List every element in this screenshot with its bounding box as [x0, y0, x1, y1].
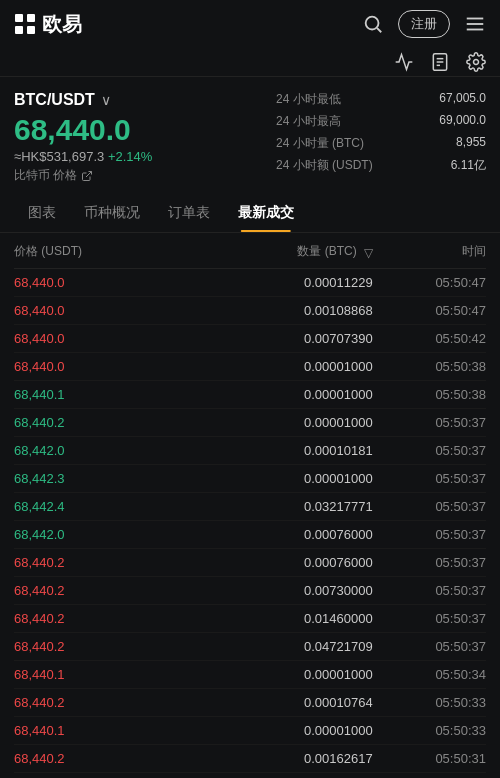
trade-price: 68,440.1 [14, 723, 193, 738]
trade-time: 05:50:47 [373, 275, 486, 290]
trade-price: 68,440.2 [14, 751, 193, 766]
table-row: 68,440.0 0.00707390 05:50:42 [14, 325, 486, 353]
trade-amount: 0.00001000 [193, 667, 372, 682]
settings-icon[interactable] [466, 52, 486, 72]
table-row: 68,440.2 0.00162617 05:50:31 [14, 745, 486, 773]
svg-line-14 [86, 171, 92, 177]
trade-time: 05:50:37 [373, 527, 486, 542]
trade-amount: 0.00001000 [193, 359, 372, 374]
trade-price: 68,440.2 [14, 415, 193, 430]
svg-line-5 [377, 28, 381, 32]
table-row: 68,440.1 0.00001000 05:50:38 [14, 381, 486, 409]
trade-time: 05:50:38 [373, 387, 486, 402]
trade-price: 68,440.2 [14, 555, 193, 570]
trade-price: 68,442.3 [14, 471, 193, 486]
trade-time: 05:50:38 [373, 359, 486, 374]
table-row: 68,442.4 0.03217771 05:50:37 [14, 493, 486, 521]
trade-amount: 0.00108868 [193, 303, 372, 318]
logo-text: 欧易 [42, 11, 82, 38]
table-row: 68,440.1 0.00001000 05:50:33 [14, 717, 486, 745]
logo: 欧易 [14, 11, 82, 38]
table-header: 价格 (USDT) 数量 (BTC) ▽ 时间 [14, 233, 486, 269]
main-price: 68,440.0 [14, 115, 266, 145]
trades-body: 68,440.0 0.00011229 05:50:47 68,440.0 0.… [14, 269, 486, 778]
svg-rect-2 [15, 26, 23, 34]
table-row: 68,440.0 0.00001000 05:50:38 [14, 353, 486, 381]
pair-dropdown-icon[interactable]: ∨ [101, 92, 111, 108]
register-button[interactable]: 注册 [398, 10, 450, 38]
trade-amount: 0.03217771 [193, 499, 372, 514]
table-row: 68,440.2 0.00001000 05:50:37 [14, 409, 486, 437]
stat-row-2: 24 小时量 (BTC) 8,955 [276, 135, 486, 152]
trades-table: 价格 (USDT) 数量 (BTC) ▽ 时间 68,440.0 0.00011… [0, 233, 500, 778]
trade-amount: 0.00162617 [193, 751, 372, 766]
trade-amount: 0.00076000 [193, 527, 372, 542]
trade-amount: 0.00010181 [193, 443, 372, 458]
svg-rect-3 [27, 26, 35, 34]
trade-amount: 0.00076000 [193, 555, 372, 570]
trade-amount: 0.00011229 [193, 275, 372, 290]
trade-time: 05:50:37 [373, 611, 486, 626]
trade-time: 05:50:37 [373, 471, 486, 486]
table-row: 68,440.2 0.01460000 05:50:37 [14, 605, 486, 633]
trade-amount: 0.00730000 [193, 583, 372, 598]
trade-amount: 0.00010764 [193, 695, 372, 710]
price-left: BTC/USDT ∨ 68,440.0 ≈HK$531,697.3 +2.14%… [14, 91, 266, 184]
table-row: 68,440.2 0.00010764 05:50:33 [14, 689, 486, 717]
col-price-header: 价格 (USDT) [14, 243, 193, 260]
hk-price-row: ≈HK$531,697.3 +2.14% [14, 149, 266, 164]
price-change: +2.14% [108, 149, 152, 164]
tabs: 图表 币种概况 订单表 最新成交 [0, 194, 500, 233]
trade-price: 68,440.2 [14, 611, 193, 626]
tab-latest-trades[interactable]: 最新成交 [224, 194, 308, 232]
trade-amount: 0.00001000 [193, 415, 372, 430]
table-row: 68,440.1 0.00001000 05:50:31 [14, 773, 486, 778]
stat-row-0: 24 小时最低 67,005.0 [276, 91, 486, 108]
tab-overview[interactable]: 币种概况 [70, 194, 154, 232]
document-icon[interactable] [430, 52, 450, 72]
stat-label-3: 24 小时额 (USDT) [276, 157, 373, 174]
trade-amount: 0.04721709 [193, 639, 372, 654]
tab-chart[interactable]: 图表 [14, 194, 70, 232]
trade-amount: 0.00001000 [193, 723, 372, 738]
hk-price-value: ≈HK$531,697.3 [14, 149, 104, 164]
stat-value-3: 6.11亿 [451, 157, 486, 174]
stat-label-2: 24 小时量 (BTC) [276, 135, 364, 152]
pair-symbol: BTC/USDT [14, 91, 95, 109]
chart-icon[interactable] [394, 52, 414, 72]
trade-time: 05:50:37 [373, 639, 486, 654]
trade-time: 05:50:37 [373, 415, 486, 430]
trade-amount: 0.00001000 [193, 471, 372, 486]
table-row: 68,440.0 0.00108868 05:50:47 [14, 297, 486, 325]
svg-point-4 [366, 17, 379, 30]
table-row: 68,440.2 0.00730000 05:50:37 [14, 577, 486, 605]
stat-value-1: 69,000.0 [439, 113, 486, 130]
external-link-icon[interactable] [81, 170, 93, 182]
trade-price: 68,440.0 [14, 303, 193, 318]
stat-value-0: 67,005.0 [439, 91, 486, 108]
trade-time: 05:50:37 [373, 499, 486, 514]
sub-header [0, 48, 500, 77]
col-amount-header: 数量 (BTC) ▽ [193, 243, 372, 260]
trade-time: 05:50:37 [373, 443, 486, 458]
trade-price: 68,440.0 [14, 331, 193, 346]
trade-time: 05:50:37 [373, 583, 486, 598]
trade-time: 05:50:31 [373, 751, 486, 766]
filter-icon[interactable]: ▽ [361, 246, 373, 258]
table-row: 68,442.3 0.00001000 05:50:37 [14, 465, 486, 493]
trade-time: 05:50:33 [373, 723, 486, 738]
search-icon[interactable] [362, 13, 384, 35]
trade-price: 68,442.0 [14, 527, 193, 542]
trade-time: 05:50:33 [373, 695, 486, 710]
trade-price: 68,440.0 [14, 275, 193, 290]
tab-orderbook[interactable]: 订单表 [154, 194, 224, 232]
table-row: 68,440.2 0.04721709 05:50:37 [14, 633, 486, 661]
trade-price: 68,440.1 [14, 667, 193, 682]
trade-price: 68,440.2 [14, 583, 193, 598]
price-stats: 24 小时最低 67,005.0 24 小时最高 69,000.0 24 小时量… [276, 91, 486, 184]
trade-amount: 0.00707390 [193, 331, 372, 346]
svg-point-13 [474, 60, 479, 65]
menu-icon[interactable] [464, 13, 486, 35]
trade-time: 05:50:37 [373, 555, 486, 570]
btc-label-text: 比特币 价格 [14, 167, 77, 184]
